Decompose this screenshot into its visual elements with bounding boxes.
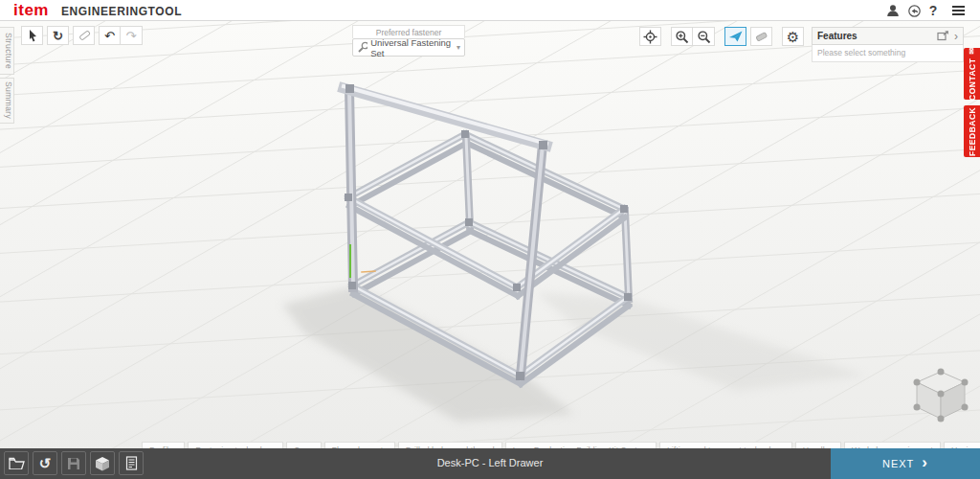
view-navigation-cube[interactable]: [910, 368, 971, 423]
account-button[interactable]: [884, 3, 902, 18]
status-bar: ↺ Desk-PC - Left Dr: [0, 448, 980, 479]
tab-structure[interactable]: Structure: [0, 27, 14, 75]
hamburger-icon: [952, 4, 965, 17]
app-title: ENGINEERINGTOOL: [61, 5, 182, 18]
features-title: Features: [817, 31, 858, 41]
zoom-out-button[interactable]: [693, 27, 715, 46]
center-view-button[interactable]: [639, 27, 661, 46]
view-toolbar: ⚙: [639, 27, 804, 46]
preferred-fastener-panel: Preferred fastener Universal Fastening S…: [352, 25, 465, 57]
zoom-in-button[interactable]: [671, 27, 693, 46]
features-header[interactable]: Features ›: [812, 27, 964, 45]
item-logo[interactable]: item: [13, 1, 49, 20]
cursor-icon: [26, 29, 39, 43]
redo-button[interactable]: ↷: [121, 26, 143, 45]
redo-icon: ↷: [126, 30, 137, 42]
features-hint: Please select something: [812, 45, 964, 62]
chevron-right-icon[interactable]: ›: [954, 31, 958, 42]
contact-label: CONTACT: [968, 58, 977, 101]
rotate-tool-button[interactable]: ↻: [47, 26, 69, 45]
fastener-value: Universal Fastening Set: [370, 37, 454, 58]
next-label: NEXT: [882, 458, 914, 469]
app-header: item ENGINEERINGTOOL ?: [0, 0, 980, 21]
tab-summary[interactable]: Summary: [0, 78, 14, 124]
fly-select-tool-button[interactable]: [724, 27, 746, 46]
chevron-right-icon: ›: [922, 453, 928, 472]
help-button[interactable]: ?: [924, 3, 942, 18]
select-tool-button[interactable]: [21, 26, 43, 45]
menu-button[interactable]: [949, 3, 967, 18]
fastener-icon: [357, 41, 368, 54]
draw-profile-button[interactable]: [73, 26, 95, 45]
popout-icon[interactable]: [937, 31, 949, 41]
share-reply-icon: [907, 4, 922, 18]
share-button[interactable]: [905, 3, 923, 18]
help-label: ?: [929, 3, 938, 18]
edit-toolbar: ↻ ↶ ↷: [21, 26, 143, 45]
undo-button[interactable]: ↶: [99, 26, 121, 45]
features-panel: Features › Please select something: [812, 27, 964, 62]
aluminum-frame-model[interactable]: [0, 21, 980, 479]
zoom-out-icon: [697, 30, 711, 44]
zoom-in-icon: [675, 30, 689, 44]
undo-icon: ↶: [104, 30, 115, 42]
person-icon: [886, 4, 900, 17]
eraser-icon: [754, 31, 768, 43]
model-shadow-right: [536, 292, 866, 391]
contact-button[interactable]: CONTACT ✉: [964, 48, 980, 100]
next-button[interactable]: NEXT ›: [831, 448, 980, 479]
chevron-down-icon: ▾: [457, 43, 460, 52]
eraser-tool-button[interactable]: [750, 27, 772, 46]
viewport-3d[interactable]: Structure Summary ↻ ↶ ↷ Preferred fasten…: [0, 21, 980, 479]
gear-icon: ⚙: [787, 30, 799, 44]
feedback-label: FEEDBACK: [968, 106, 977, 155]
rotate-icon: ↻: [53, 30, 63, 42]
paper-plane-icon: [728, 30, 744, 43]
profile-beam-icon: [77, 29, 91, 43]
target-icon: [643, 30, 657, 44]
fastener-select[interactable]: Universal Fastening Set ▾: [352, 38, 465, 57]
feedback-button[interactable]: FEEDBACK: [964, 105, 980, 157]
settings-button[interactable]: ⚙: [782, 27, 804, 46]
envelope-icon: ✉: [968, 47, 977, 56]
